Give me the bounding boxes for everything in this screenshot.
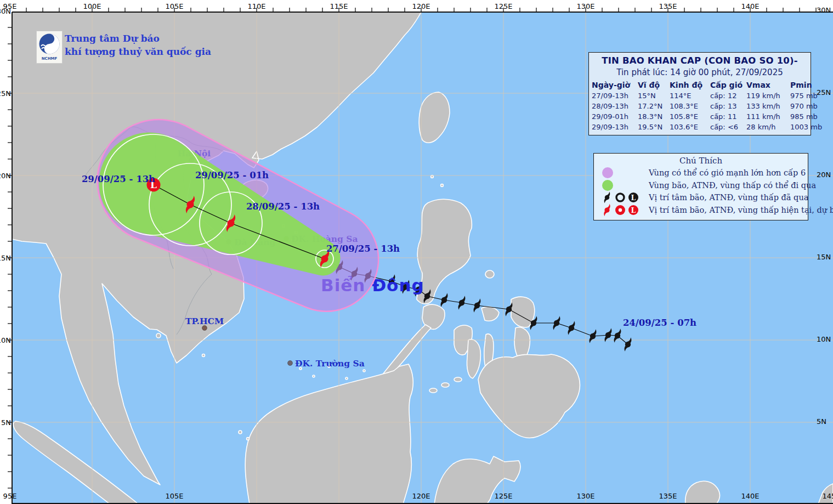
axis-label: 25N <box>0 89 11 98</box>
axis-label: 135E <box>659 492 677 500</box>
date-label: 29/09/25 - 01h <box>195 170 269 180</box>
landmass-sulu-1 <box>429 388 437 393</box>
bulletin-issued-time: Tin phát lúc: 14 giờ 00 phút, 27/09/2025 <box>589 67 811 77</box>
agency-title-line1: Trung tâm Dự báo <box>65 32 211 45</box>
island-phu-quoc <box>156 333 161 338</box>
nchmf-logo-graphic: NCHMF <box>37 31 62 63</box>
current-markers-icon: L <box>600 203 641 217</box>
storm-table-col: Ngày-giờ <box>592 81 637 89</box>
date-label: 28/09/25 - 13h <box>246 201 320 212</box>
axis-label: 20N <box>0 172 11 180</box>
axis-label: 115E <box>330 2 348 10</box>
green-zone-icon <box>600 179 615 191</box>
storm-table-row: 28/09-13h17.2°N108.3°Ecấp: 13133 km/h970… <box>589 102 811 110</box>
island-spratly-4 <box>345 377 348 380</box>
axis-label: 140E <box>741 2 759 10</box>
island-con-dao <box>202 354 205 357</box>
axis-label: 100E <box>83 2 101 10</box>
legend-box: Chú Thích Vùng có thể có gió mạnh lớn hơ… <box>593 153 808 220</box>
storm-table-row: 27/09-13h15°N114°Ecấp: 12119 km/h975 mb <box>589 92 811 100</box>
island-spratly-2 <box>313 375 315 377</box>
agency-title-line2: khí tượng thuỷ văn quốc gia <box>65 45 211 58</box>
legend-item-wind-zone: Vùng có thể có gió mạnh lớn hơn cấp 6 <box>594 167 808 179</box>
bulletin-title: TIN BAO KHAN CAP (CON BAO SO 10)- <box>589 55 811 66</box>
storm-table-col: Vĩ độ <box>638 81 668 89</box>
landmass-sulu-3 <box>454 377 462 382</box>
date-label: 27/09/25 - 13h <box>326 243 400 254</box>
axis-label: 120E <box>412 492 430 500</box>
storm-table-row: 29/09-13h19.5°N103.6°Ecấp: <628 km/h1003… <box>589 123 811 131</box>
axis-label: 10N <box>0 336 11 344</box>
axis-label: 135E <box>659 2 677 10</box>
axis-label: 140E <box>741 492 759 500</box>
axis-label: 10N <box>817 335 831 343</box>
axis-label: 15N <box>0 254 11 262</box>
axis-label: 120E <box>412 2 430 10</box>
legend-title: Chú Thích <box>594 156 808 166</box>
typhoon-forecast-screen: Hà NộiĐà NẵngTP.HCMĐK. Hoàng SaĐK. Trườn… <box>0 0 833 504</box>
city-label: ĐK. Trường Sa <box>295 358 365 369</box>
storm-table-row: 29/09-01h18.3°N105.8°Ecấp: 11111 km/h985… <box>589 112 811 121</box>
island-natuna-2 <box>247 438 250 440</box>
axis-label: 95E <box>3 492 17 500</box>
axis-label: 130E <box>576 2 594 10</box>
storm-table-header: Ngày-giờVĩ độKinh độCấp gióVmaxPmin <box>589 81 811 89</box>
storm-bulletin-box: TIN BAO KHAN CAP (CON BAO SO 10)- Tin ph… <box>588 52 811 135</box>
legend-item-current-positions: L Vị trí tâm bão, ATNĐ, vùng thấp hiện t… <box>594 204 808 217</box>
purple-zone-icon <box>600 167 615 179</box>
axis-label: 20N <box>817 171 831 179</box>
storm-table-col: Pmin <box>790 81 817 89</box>
svg-text:L: L <box>631 194 636 202</box>
landmass-sulu-2 <box>441 383 449 387</box>
date-label: 24/09/25 - 07h <box>623 318 696 328</box>
island-natuna-1 <box>239 431 242 434</box>
svg-text:L: L <box>631 206 636 214</box>
axis-label: 5N <box>817 417 826 426</box>
storm-table-col: Vmax <box>746 81 789 89</box>
axis-label: 145E <box>822 492 833 500</box>
legend-item-pass-zone: Vùng bão, ATNĐ, vùng thấp có thể đi qua <box>594 179 808 192</box>
axis-label: 5N <box>1 418 11 427</box>
island-babuyan-2 <box>441 184 444 187</box>
axis-label: 30N <box>0 7 11 15</box>
past-markers-icon: L <box>600 191 641 204</box>
legend-item-past-positions: L Vị trí tâm bão, ATNĐ, vùng thấp đã qua <box>594 191 808 204</box>
axis-label: 105E <box>165 2 183 10</box>
axis-label: 125E <box>494 492 512 500</box>
storm-table-col: Cấp gió <box>710 81 745 89</box>
axis-label: 105E <box>165 492 183 500</box>
storm-table-col: Kinh độ <box>670 81 709 89</box>
axis-label: 25N <box>817 88 831 97</box>
nchmf-logo: NCHMF <box>36 31 63 64</box>
axis-label: 15N <box>817 253 831 261</box>
city-label: TP.HCM <box>185 316 224 326</box>
island-spratly-5 <box>363 370 365 372</box>
axis-label: 30N <box>817 6 831 14</box>
axis-label: 110E <box>247 2 265 10</box>
city-dot <box>288 361 293 366</box>
date-label: 29/09/25 - 13h <box>82 174 155 184</box>
agency-title: Trung tâm Dự báo khí tượng thuỷ văn quốc… <box>65 32 211 58</box>
axis-label: 130E <box>576 492 594 500</box>
svg-text:NCHMF: NCHMF <box>42 56 58 61</box>
landmass-catanduanes <box>485 270 494 278</box>
axis-label: 125E <box>494 2 512 10</box>
storm-table: 27/09-13h15°N114°Ecấp: 12119 km/h975 mb2… <box>589 92 811 131</box>
